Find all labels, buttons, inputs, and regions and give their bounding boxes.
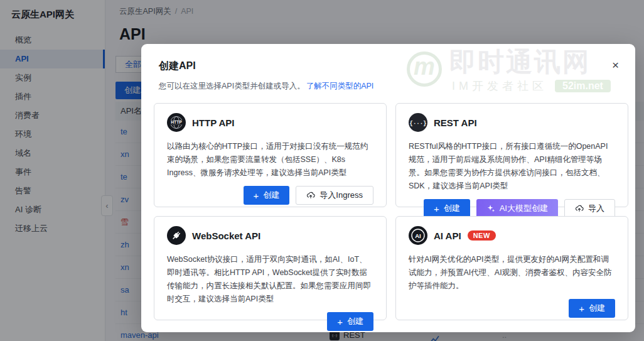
- watermark-logo: m: [407, 51, 442, 87]
- watermark-logo-letter: m: [414, 55, 435, 84]
- plus-icon: +: [434, 204, 439, 214]
- websocket-plug-icon: [167, 226, 186, 245]
- svg-text:{···}: {···}: [409, 121, 426, 127]
- card-websocket-api: WebSocket API WebSocket协议接口，适用于双向实时通讯，如A…: [154, 216, 387, 320]
- card-title: HTTP API: [192, 117, 235, 128]
- ai-model-create-button[interactable]: AI大模型创建: [476, 199, 558, 218]
- create-api-modal: m 即时通讯网 IM开发者社区 52im.net × 创建API 您可以在这里选…: [141, 44, 635, 332]
- import-ingress-button[interactable]: 导入Ingress: [296, 186, 373, 205]
- ai-circle-icon: AI: [409, 226, 427, 245]
- upload-icon: [575, 204, 584, 213]
- create-ai-button[interactable]: +创建: [569, 299, 615, 318]
- card-description: RESTful风格的HTTP接口，所有接口遵循统一的OpenAPI规范，适用于前…: [409, 140, 615, 193]
- watermark-title: 即时通讯网: [449, 48, 611, 77]
- new-badge: NEW: [468, 230, 496, 241]
- card-description: WebSocket协议接口，适用于双向实时通讯，如AI、IoT、即时通讯等。相比…: [167, 253, 373, 306]
- card-description: 以路由为核心的HTTP接口，适用于对接口没有统一规范约束的场景，如果您需要流量转…: [167, 140, 373, 180]
- modal-title: 创建API: [159, 60, 196, 73]
- card-title: REST API: [434, 117, 477, 128]
- card-buttons: +创建: [409, 299, 615, 318]
- import-rest-button[interactable]: 导入: [564, 199, 615, 218]
- plus-icon: +: [337, 317, 343, 327]
- create-rest-button[interactable]: +创建: [424, 199, 470, 218]
- card-buttons: +创建AI大模型创建导入: [409, 199, 615, 218]
- api-type-cards: HTTP HTTP API 以路由为核心的HTTP接口，适用于对接口没有统一规范…: [154, 103, 628, 320]
- watermark-site-badge: 52im.net: [555, 80, 611, 92]
- close-icon[interactable]: ×: [612, 59, 619, 71]
- watermark-subtitle: IM开发者社区: [452, 78, 547, 94]
- ai-sparkle-icon: [486, 204, 495, 213]
- card-rest-api: {···} REST API RESTful风格的HTTP接口，所有接口遵循统一…: [395, 103, 628, 207]
- rest-braces-icon: {···}: [409, 113, 427, 132]
- card-http-api: HTTP HTTP API 以路由为核心的HTTP接口，适用于对接口没有统一规范…: [154, 103, 387, 207]
- svg-text:HTTP: HTTP: [171, 120, 182, 124]
- svg-text:AI: AI: [415, 232, 421, 239]
- modal-description-text: 您可以在这里选择API类型并创建或导入。: [159, 82, 305, 90]
- modal-description: 您可以在这里选择API类型并创建或导入。了解不同类型的API: [159, 81, 373, 92]
- plus-icon: +: [254, 191, 259, 200]
- watermark: m 即时通讯网 IM开发者社区 52im.net: [407, 48, 611, 94]
- upload-icon: [306, 191, 315, 200]
- create-http-button[interactable]: +创建: [244, 186, 290, 205]
- card-buttons: +创建: [167, 312, 373, 331]
- card-ai-api: AI AI API NEW 针对AI网关优化的API类型，提供更友好的AI网关配…: [395, 216, 628, 320]
- card-buttons: +创建导入Ingress: [167, 186, 373, 205]
- http-globe-icon: HTTP: [167, 113, 186, 132]
- card-title: AI API: [434, 230, 461, 241]
- card-title: WebSocket API: [192, 230, 260, 241]
- card-description: 针对AI网关优化的API类型，提供更友好的AI网关配置和调试能力，并预置AI代理…: [409, 253, 615, 293]
- create-websocket-button[interactable]: +创建: [327, 312, 373, 331]
- learn-api-types-link[interactable]: 了解不同类型的API: [306, 82, 374, 90]
- plus-icon: +: [579, 304, 584, 313]
